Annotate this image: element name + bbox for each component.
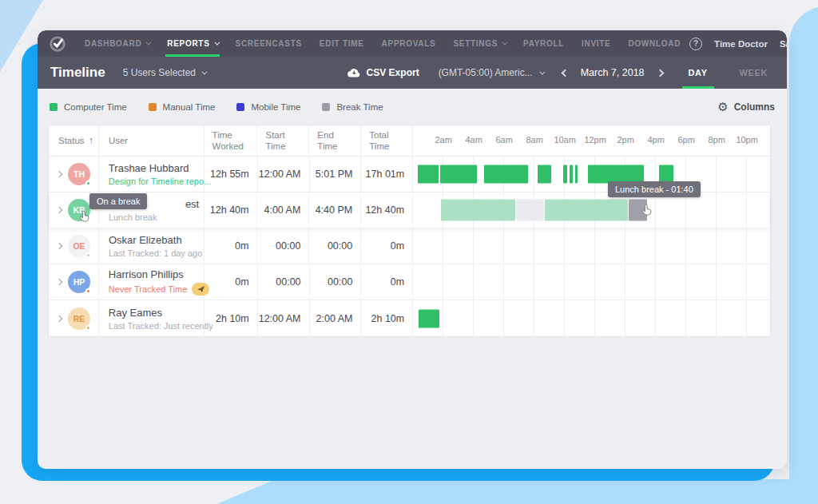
tab-week[interactable]: WEEK [733,57,774,89]
header-time-worked: Time Worked [204,125,258,156]
table-row[interactable]: RE Ray Eames Last Tracked: Just recently [49,300,770,336]
legend-label: Manual Time [163,102,216,112]
decorative-right-shape [789,6,818,504]
timeline-segment-computer[interactable] [570,165,573,184]
expand-row-chevron-icon[interactable] [56,315,62,321]
cloud-download-icon [346,68,361,78]
columns-button[interactable]: ⚙ Columns [717,101,775,113]
legend-swatch-icon [50,103,58,111]
header-status[interactable]: Status ↑ [49,125,99,156]
timeline-segment-break[interactable] [545,200,628,221]
timeline-segment-computer[interactable] [575,165,578,184]
nav-item-invite[interactable]: INVITE [573,30,619,57]
legend-items: Computer TimeManual TimeMobile TimeBreak… [50,102,405,112]
avatar[interactable]: RE [68,308,90,330]
users-selected-dropdown[interactable]: 5 Users Selected [123,67,205,78]
expand-row-chevron-icon[interactable] [56,243,62,249]
top-navbar: DASHBOARDREPORTSSCREENCASTSEDIT TIMEAPPR… [38,30,787,57]
timezone-label: (GMT-05:00) Americ... [439,67,533,78]
avatar[interactable]: TH [68,163,90,185]
nav-item-label: EDIT TIME [320,39,364,48]
nav-items: DASHBOARDREPORTSSCREENCASTSEDIT TIMEAPPR… [76,30,689,57]
time-doctor-logo-icon[interactable] [49,35,66,53]
total-time-cell: 12h 40m [361,192,413,228]
nav-item-settings[interactable]: SETTINGS [444,30,514,57]
chevron-down-icon [201,69,207,74]
previous-day-button[interactable] [561,69,569,77]
nav-item-payroll[interactable]: PAYROLL [514,30,573,57]
nav-item-reports[interactable]: REPORTS [158,30,226,57]
chevron-down-icon [502,40,507,46]
expand-row-chevron-icon[interactable] [56,171,62,177]
user-name-label[interactable]: Saso Markcski [780,39,787,49]
timeline-segment-computer[interactable] [440,165,477,184]
nav-item-label: DOWNLOAD [628,39,681,48]
user-subtext-label: Never Tracked Time [109,284,187,294]
timeline-table: Status ↑ User Time Worked Start Time End… [48,125,771,337]
next-day-button[interactable] [656,69,664,77]
timezone-select[interactable]: (GMT-05:00) Americ... [439,67,543,78]
chevron-down-icon [539,69,545,74]
total-time-cell: 17h 01m [361,157,413,192]
user-name[interactable]: Oskar Elizebath [109,234,182,246]
nav-item-edit-time[interactable]: EDIT TIME [311,30,373,57]
legend-item-manual-time: Manual Time [149,102,216,112]
date-navigation: March 7, 2018 [562,67,663,78]
chevron-down-icon [146,40,152,46]
nav-item-screencasts[interactable]: SCREENCASTS [227,30,311,57]
status-dot [85,252,91,258]
timeline-segment-break[interactable] [441,200,515,221]
user-name[interactable]: Ray Eames [109,307,162,319]
table-row[interactable]: HP Harrison Phillips Never Tracked Time … [49,264,770,300]
timeline-segment-computer[interactable] [419,309,439,327]
hour-label: 6pm [677,135,694,146]
hour-label: 2pm [617,135,633,146]
nav-item-label: INVITE [582,39,610,48]
subheader-right-group: CSV Export (GMT-05:00) Americ... March 7… [346,57,774,89]
nav-item-dashboard[interactable]: DASHBOARD [76,30,158,57]
end-time-cell: 4:40 PM [309,192,361,228]
sort-up-icon: ↑ [89,135,94,146]
avatar[interactable]: OE [68,235,90,257]
hand-cursor-icon [78,209,92,224]
timeline-segment-computer[interactable] [563,165,567,184]
tab-day[interactable]: DAY [682,57,714,89]
legend-item-mobile-time: Mobile Time [236,102,300,112]
time-worked-cell: 0m [204,264,258,300]
hand-cursor-icon [641,203,654,217]
nav-item-download[interactable]: DOWNLOAD [619,30,689,57]
end-time-cell: 5:01 PM [310,157,362,192]
time-worked-cell: 12h 40m [204,192,258,228]
app-window: DASHBOARDREPORTSSCREENCASTSEDIT TIMEAPPR… [38,30,787,469]
timeline-cell [413,228,770,264]
total-time-cell: 0m [361,264,413,300]
table-row[interactable]: OE Oskar Elizebath Last Tracked: 1 day a… [49,228,770,264]
avatar[interactable]: HP [68,271,90,293]
nav-item-approvals[interactable]: APPROVALS [373,30,445,57]
user-name[interactable]: Trashae Hubbard [109,162,189,174]
start-time-cell: 12:00 AM [258,300,310,336]
user-name[interactable]: est [185,198,199,210]
timeline-segment-idle[interactable] [516,200,544,221]
user-subtext: Never Tracked Time [109,283,209,296]
user-name[interactable]: Harrison Phillips [109,268,184,280]
user-cell: Oskar Elizebath Last Tracked: 1 day ago [99,228,204,264]
hour-label: 10pm [736,135,758,146]
nav-item-label: DASHBOARD [85,39,141,48]
avatar-initials: HP [73,277,85,287]
expand-row-chevron-icon[interactable] [56,279,62,285]
paper-plane-badge[interactable] [192,283,209,296]
timeline-segment-computer[interactable] [484,165,528,184]
csv-export-button[interactable]: CSV Export [346,67,419,78]
expand-row-chevron-icon[interactable] [56,207,62,213]
status-dot [85,325,91,331]
decorative-bottom-shape [200,479,818,504]
header-status-label: Status [58,135,85,146]
timeline-segment-computer[interactable] [538,165,551,184]
user-subtext: Last Tracked: Just recently [109,321,213,331]
help-icon[interactable]: ? [689,38,702,50]
timeline-segment-computer[interactable] [418,165,439,184]
users-selected-label: 5 Users Selected [123,67,196,78]
timeline-cell [413,192,770,228]
table-row[interactable]: KB est Lunch break 12h 40m 4:00 AM [49,192,770,228]
